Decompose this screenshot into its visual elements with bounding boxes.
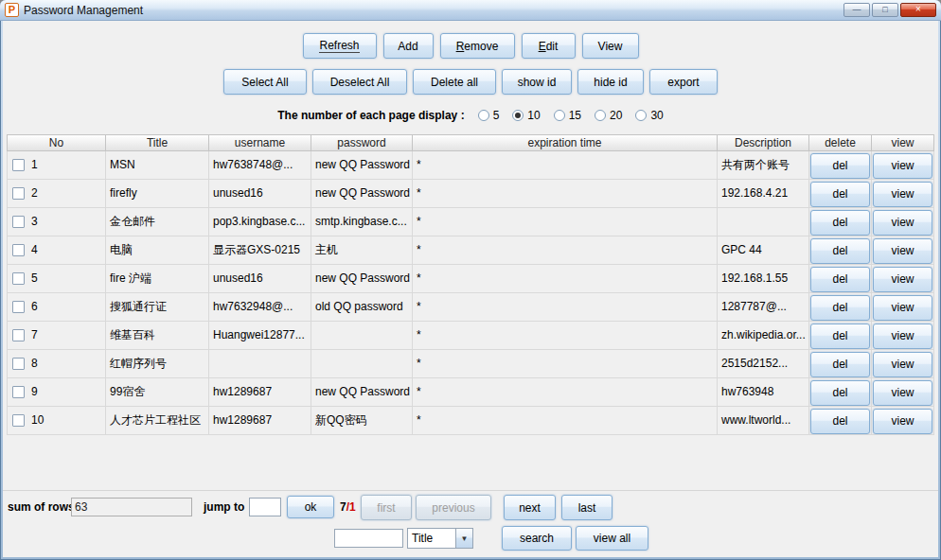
row-view-button[interactable]: view <box>873 267 932 292</box>
delete-all-button[interactable]: Delete all <box>413 69 496 95</box>
table-row[interactable]: 2 firefly unused16 new QQ Password * 192… <box>7 180 935 208</box>
first-page-button[interactable]: first <box>361 495 412 520</box>
pagination-bar: sum of rows: 63 jump to ok 7/1 first pre… <box>3 490 938 526</box>
column-header-title[interactable]: Title <box>106 134 209 151</box>
search-field-dropdown[interactable]: Title ▼ <box>407 528 473 549</box>
table-row[interactable]: 1 MSN hw7638748@... new QQ Password * 共有… <box>7 151 935 180</box>
cell-expiration: * <box>413 208 718 236</box>
ok-button[interactable]: ok <box>287 496 334 518</box>
cell-expiration: * <box>413 236 718 265</box>
row-view-button[interactable]: view <box>873 295 932 321</box>
table-row[interactable]: 7 维基百科 Huangwei12877... * zh.wikipedia.o… <box>7 322 935 350</box>
table-row[interactable]: 10 人才芯片工程社区 hw1289687 新QQ密码 * www.ltworl… <box>7 407 935 435</box>
row-checkbox[interactable] <box>12 329 25 341</box>
column-header-no[interactable]: No <box>7 134 106 151</box>
row-view-button[interactable]: view <box>873 210 932 236</box>
row-delete-button[interactable]: del <box>810 267 870 292</box>
row-view-button[interactable]: view <box>873 182 932 207</box>
row-checkbox[interactable] <box>12 244 25 256</box>
cell-title: 维基百科 <box>106 322 209 350</box>
cell-password: old QQ password <box>311 293 413 322</box>
row-delete-button[interactable]: del <box>810 409 870 434</box>
column-header-expiration[interactable]: expiration time <box>413 134 718 151</box>
refresh-button[interactable]: Refresh <box>303 33 377 59</box>
row-checkbox[interactable] <box>12 159 25 171</box>
table-row[interactable]: 5 fire 沪端 unused16 new QQ Password * 192… <box>7 265 935 293</box>
last-page-button[interactable]: last <box>561 495 613 520</box>
row-no: 6 <box>31 293 38 321</box>
view-button[interactable]: View <box>582 33 639 59</box>
row-checkbox[interactable] <box>12 301 25 313</box>
row-delete-button[interactable]: del <box>810 182 870 207</box>
row-view-button[interactable]: view <box>873 352 932 377</box>
page-size-option-20[interactable]: 20 <box>595 109 622 122</box>
row-checkbox[interactable] <box>12 358 25 370</box>
sum-of-rows-label: sum of rows: <box>8 500 79 514</box>
radio-icon[interactable] <box>595 110 606 121</box>
show-id-button[interactable]: show id <box>502 69 572 95</box>
row-delete-button[interactable]: del <box>810 295 870 321</box>
search-button[interactable]: search <box>502 526 572 551</box>
add-button[interactable]: Add <box>383 33 434 59</box>
row-checkbox[interactable] <box>12 187 25 200</box>
column-header-delete[interactable]: delete <box>809 134 872 151</box>
cell-username: unused16 <box>209 180 311 208</box>
row-view-button[interactable]: view <box>873 153 932 179</box>
page-indicator: 7/1 <box>340 500 356 514</box>
radio-icon[interactable] <box>478 110 489 121</box>
row-checkbox[interactable] <box>12 386 25 398</box>
radio-icon[interactable] <box>554 110 565 121</box>
table-row[interactable]: 9 99宿舍 hw1289687 new QQ Password * hw763… <box>7 378 935 407</box>
radio-icon-selected[interactable] <box>512 110 524 121</box>
row-delete-button[interactable]: del <box>810 324 870 349</box>
previous-page-button[interactable]: previous <box>416 495 491 520</box>
chevron-down-icon[interactable]: ▼ <box>455 529 472 548</box>
row-view-button[interactable]: view <box>873 238 932 264</box>
page-size-option-5[interactable]: 5 <box>478 109 500 122</box>
cell-username <box>209 350 311 378</box>
edit-button[interactable]: Edit <box>522 33 576 59</box>
cell-expiration: * <box>413 407 718 435</box>
maximize-button[interactable]: □ <box>872 3 898 17</box>
view-all-button[interactable]: view all <box>576 526 648 551</box>
table-row[interactable]: 4 电脑 显示器GXS-0215 主机 * GPC 44 del view <box>7 236 935 265</box>
minimize-button[interactable]: — <box>843 3 870 17</box>
table-row[interactable]: 8 红帽序列号 * 2515d2152... del view <box>7 350 935 378</box>
row-delete-button[interactable]: del <box>810 210 870 236</box>
page-size-option-30[interactable]: 30 <box>635 109 663 122</box>
app-window: P Password Management — □ × Refresh Add … <box>0 0 941 560</box>
row-checkbox[interactable] <box>12 272 25 285</box>
select-all-button[interactable]: Select All <box>223 69 307 95</box>
row-delete-button[interactable]: del <box>810 238 870 264</box>
deselect-all-button[interactable]: Deselect All <box>312 69 407 95</box>
column-header-description[interactable]: Description <box>718 134 809 151</box>
row-delete-button[interactable]: del <box>810 380 870 406</box>
row-checkbox[interactable] <box>12 414 25 427</box>
next-page-button[interactable]: next <box>504 495 556 520</box>
radio-icon[interactable] <box>635 110 647 121</box>
row-delete-button[interactable]: del <box>810 352 870 377</box>
row-delete-button[interactable]: del <box>810 153 870 179</box>
column-header-username[interactable]: username <box>209 134 311 151</box>
row-view-button[interactable]: view <box>873 409 932 434</box>
row-checkbox[interactable] <box>12 216 25 228</box>
remove-button[interactable]: Remove <box>440 33 515 59</box>
search-input[interactable] <box>334 529 403 548</box>
close-button[interactable]: × <box>900 3 936 17</box>
column-header-password[interactable]: password <box>311 134 413 151</box>
export-button[interactable]: export <box>649 69 718 95</box>
page-size-option-10[interactable]: 10 <box>512 109 540 122</box>
cell-username: unused16 <box>209 265 311 293</box>
hide-id-button[interactable]: hide id <box>577 69 644 95</box>
table-row[interactable]: 3 金仓邮件 pop3.kingbase.c... smtp.kingbase.… <box>7 208 935 236</box>
table-header: No Title username password expiration ti… <box>7 134 935 151</box>
cell-title: 电脑 <box>106 236 209 265</box>
row-view-button[interactable]: view <box>873 380 932 406</box>
page-size-label: The number of each page display : <box>277 109 464 122</box>
column-header-view[interactable]: view <box>872 134 934 151</box>
table-row[interactable]: 6 搜狐通行证 hw7632948@... old QQ password * … <box>7 293 935 322</box>
page-size-option-15[interactable]: 15 <box>554 109 581 122</box>
row-view-button[interactable]: view <box>873 324 932 349</box>
row-no: 5 <box>31 265 38 292</box>
jump-to-input[interactable] <box>249 498 281 516</box>
